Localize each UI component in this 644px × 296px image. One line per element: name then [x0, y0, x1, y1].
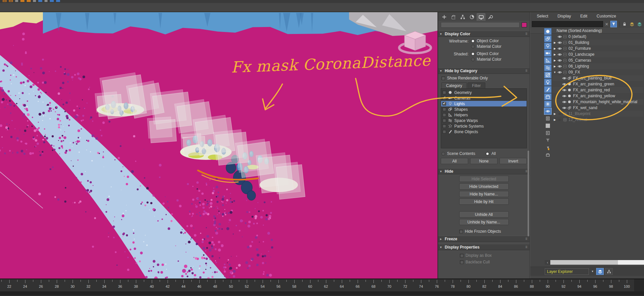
category-row-shapes[interactable]: Shapes: [441, 106, 527, 112]
layer-row-0-default-[interactable]: 0 (default): [553, 34, 643, 40]
expand-all-button[interactable]: [544, 115, 552, 122]
category-checkbox[interactable]: [442, 113, 446, 117]
layer-row-fx-mountain-height-white-material[interactable]: FX_mountain_height_white_material: [553, 99, 643, 105]
layer-row-03-landscape[interactable]: ▶03_Landscape: [553, 51, 643, 57]
display-xrefs-button[interactable]: [544, 79, 552, 86]
top-toolbar-icon-5[interactable]: [27, 0, 31, 2]
button-hide-selected[interactable]: Hide Selected: [459, 176, 509, 182]
selection-filter-button[interactable]: [610, 21, 617, 27]
layer-row-09-fx[interactable]: ▼09_FX: [553, 69, 643, 75]
tab-category[interactable]: Category: [441, 82, 467, 88]
category-checkbox[interactable]: [442, 130, 446, 133]
category-checkbox[interactable]: [442, 124, 446, 128]
display-shapes-button[interactable]: [544, 35, 552, 42]
display-containers-button[interactable]: [544, 93, 552, 100]
layers-button[interactable]: [637, 21, 643, 27]
rollout-header-hide-by-category[interactable]: ▾ Hide by Category ⠿: [438, 68, 530, 74]
layer-visibility-eye-icon[interactable]: [562, 82, 567, 86]
rollout-grip-icon[interactable]: ⠿: [525, 170, 528, 173]
clear-search-icon[interactable]: ✕: [605, 22, 609, 27]
button-unhide-all[interactable]: Unhide All: [459, 211, 509, 218]
top-toolbar-icon-3[interactable]: [15, 0, 18, 2]
scene-contents-radio-option[interactable]: All: [486, 151, 496, 156]
layer-row-fx-arc-painting-blue[interactable]: FX_arc_painting_blue: [553, 75, 643, 81]
expand-right-icon[interactable]: ▶: [553, 47, 557, 50]
category-row-space-warps[interactable]: Space Warps: [441, 118, 527, 123]
layer-visibility-eye-icon[interactable]: [557, 118, 562, 122]
top-toolbar-icon-8[interactable]: [45, 0, 48, 2]
category-row-cameras[interactable]: Cameras: [441, 95, 527, 101]
top-toolbar-icon-6[interactable]: [33, 0, 36, 2]
layer-visibility-eye-icon[interactable]: [562, 88, 567, 92]
object-color-swatch[interactable]: [522, 22, 527, 27]
radio-option[interactable]: Object Color: [471, 39, 501, 43]
timeline[interactable]: 2224262830323436384042444648505254565860…: [0, 279, 644, 296]
rollout-grip-icon[interactable]: ⠿: [525, 246, 528, 249]
button-hide-by-name-[interactable]: Hide by Name...: [459, 191, 509, 197]
checkbox[interactable]: [460, 254, 464, 257]
rollout-grip-icon[interactable]: ⠿: [525, 237, 528, 241]
radio-material-color[interactable]: [471, 45, 475, 48]
expand-right-icon[interactable]: ▶: [553, 118, 557, 121]
checkbox-row-backface-cull[interactable]: Backface Cull: [460, 260, 527, 264]
hide-frozen-objects-checkbox[interactable]: [459, 230, 463, 233]
rollout-header-hide[interactable]: ▾ Hide ⠿: [438, 168, 530, 174]
button-unhide-by-name-[interactable]: Unhide by Name...: [459, 219, 509, 225]
layer-row-12-animal[interactable]: ▶12_Animal: [553, 117, 643, 123]
layer-row-fx-wet-sand[interactable]: FX_wet_sand: [553, 105, 643, 111]
tab-utilities[interactable]: [486, 13, 495, 21]
properties-page-button[interactable]: [544, 130, 552, 136]
tab-modify[interactable]: [449, 13, 458, 21]
button-hide-by-hit[interactable]: Hide by Hit: [459, 198, 509, 205]
expand-down-icon[interactable]: ▼: [553, 71, 557, 74]
top-toolbar-icon-1[interactable]: [3, 0, 7, 2]
filter-settings-button[interactable]: [544, 144, 552, 151]
layer-visibility-eye-icon[interactable]: [562, 94, 567, 98]
category-row-bone-objects[interactable]: Bone Objects: [441, 129, 527, 134]
layer-visibility-eye-icon[interactable]: [562, 76, 567, 80]
layer-mode-button[interactable]: [596, 268, 604, 275]
display-geometry-button[interactable]: [544, 28, 552, 35]
layer-visibility-eye-icon[interactable]: [557, 46, 562, 51]
layer-visibility-eye-icon[interactable]: [557, 41, 562, 45]
scrollbar-track[interactable]: [618, 260, 644, 265]
menu-edit[interactable]: Edit: [580, 14, 588, 18]
combo-dropdown-icon[interactable]: ▼: [590, 268, 595, 275]
radio-option[interactable]: Material Color: [471, 44, 501, 49]
add-layer-button[interactable]: [629, 21, 635, 27]
lock-button[interactable]: [622, 21, 628, 27]
category-checkbox[interactable]: [442, 96, 446, 100]
menu-select[interactable]: Select: [537, 14, 548, 18]
layer-visibility-eye-icon[interactable]: [557, 58, 562, 63]
object-name-field[interactable]: [441, 22, 520, 28]
category-row-geometry[interactable]: Geometry: [441, 90, 527, 95]
category-row-particle-systems[interactable]: Particle Systems: [441, 123, 527, 129]
show-renderable-only-row[interactable]: Show Renderable Only: [441, 76, 527, 80]
category-checkbox[interactable]: [442, 102, 446, 105]
display-lights-button[interactable]: [544, 43, 552, 49]
scrollbar-thumb[interactable]: [550, 260, 618, 265]
radio-material-color[interactable]: [471, 58, 475, 61]
button-all[interactable]: All: [441, 158, 468, 164]
display-hidden-button[interactable]: [544, 108, 552, 115]
layer-row-fx-arc-painting-yellow[interactable]: FX_arc_painting_yellow: [553, 93, 643, 99]
rollout-grip-icon[interactable]: ⠿: [525, 32, 528, 36]
rollout-header-display-properties[interactable]: ▾ Display Properties ⠿: [438, 244, 530, 250]
button-hide-unselected[interactable]: Hide Unselected: [459, 183, 509, 190]
layer-row-fx-arc-painting-red[interactable]: FX_arc_painting_red: [553, 87, 643, 93]
category-row-lights[interactable]: Lights: [441, 101, 527, 106]
time-ruler[interactable]: 2224262830323436384042444648505254565860…: [0, 279, 644, 291]
pick-container-button[interactable]: [544, 151, 552, 158]
top-toolbar-icon-7[interactable]: [38, 0, 42, 2]
expand-right-icon[interactable]: ▶: [553, 41, 557, 44]
layer-visibility-eye-icon[interactable]: [562, 106, 567, 110]
explorer-mode-combo[interactable]: Layer Explorer: [545, 268, 589, 275]
tab-hierarchy[interactable]: [458, 13, 467, 21]
command-panel-scrollbar[interactable]: [528, 151, 529, 236]
category-row-helpers[interactable]: Helpers: [441, 112, 527, 118]
show-renderable-only-checkbox[interactable]: [441, 76, 445, 80]
color-swatch-button[interactable]: [544, 122, 552, 129]
display-helpers-button[interactable]: [544, 57, 552, 64]
horizontal-scrollbar[interactable]: ‹: [545, 260, 644, 265]
tab-create[interactable]: [440, 13, 448, 21]
